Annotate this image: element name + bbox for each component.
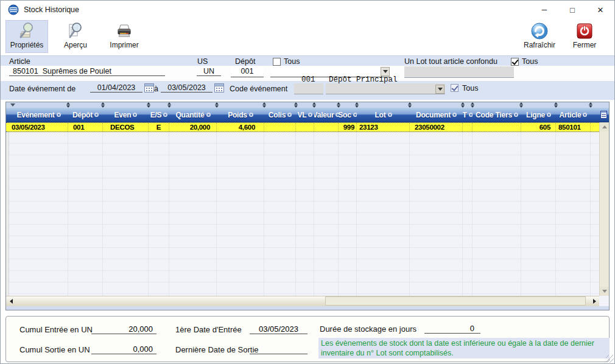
column-header-quantite[interactable]: Quantité xyxy=(169,111,217,119)
properties-button[interactable]: Propriétés xyxy=(5,20,48,53)
us-field[interactable]: UN xyxy=(197,67,221,76)
column-header-ligne[interactable]: Ligne xyxy=(521,111,556,119)
table-header: Evénement Dépôt Even E/S Quantité Poids … xyxy=(6,108,609,122)
search-icon[interactable] xyxy=(287,113,292,117)
table-bottom-strip xyxy=(6,306,609,310)
minimize-button[interactable]: – xyxy=(530,1,558,19)
cell-document: 23050002 xyxy=(410,123,463,131)
search-icon[interactable] xyxy=(452,113,457,117)
column-header-poids[interactable]: Poids xyxy=(217,111,264,119)
first-entry-label: 1ère Date d'Entrée xyxy=(175,325,242,334)
maximize-button[interactable]: □ xyxy=(558,1,586,19)
column-header-even[interactable]: Even xyxy=(103,111,149,119)
scroll-right-button[interactable] xyxy=(589,296,599,306)
close-button[interactable]: ✕ xyxy=(586,1,614,19)
chevron-down-icon xyxy=(435,85,445,94)
summary-panel: Cumul Entrée en UN 20,000 Cumul Sortie e… xyxy=(5,316,610,362)
tous-lot-label: Tous xyxy=(522,57,538,66)
properties-label: Propriétés xyxy=(10,41,44,49)
tous-depot-label: Tous xyxy=(284,57,300,66)
preview-icon xyxy=(66,22,85,40)
search-icon[interactable] xyxy=(547,113,551,117)
preview-button[interactable]: Aperçu xyxy=(54,20,97,53)
table-row[interactable]: 03/05/2023 001 DECOS E 20,000 4,600 999 … xyxy=(6,122,599,132)
search-icon[interactable] xyxy=(249,113,253,117)
depot-field[interactable]: 001 xyxy=(231,66,264,77)
cell-even: DECOS xyxy=(103,123,149,131)
scroll-up-button[interactable] xyxy=(600,122,609,131)
column-header-lot[interactable]: Lot xyxy=(357,111,410,119)
tous-depot-checkbox[interactable] xyxy=(273,58,281,66)
search-icon[interactable] xyxy=(94,113,99,117)
search-icon[interactable] xyxy=(133,113,137,117)
filter-panel: Article US Dépôt Tous Un Lot tout articl… xyxy=(1,55,614,100)
column-header-es[interactable]: E/S xyxy=(149,111,169,119)
column-header-t[interactable]: T xyxy=(463,111,473,119)
lot-field xyxy=(404,66,514,78)
depot-combobox[interactable]: 001 Dépôt Principal xyxy=(270,66,390,77)
cumul-entree-value: 20,000 xyxy=(91,324,156,334)
first-entry-value: 03/05/2023 xyxy=(250,324,308,334)
depot-combobox-value: 001 Dépôt Principal xyxy=(301,75,398,84)
cell-colis xyxy=(264,123,296,131)
close-window-label: Fermer xyxy=(573,41,597,49)
search-icon[interactable] xyxy=(206,113,211,117)
last-exit-label: Dernière Date de Sortie xyxy=(175,345,259,354)
lot-label: Un Lot tout article confondu xyxy=(404,57,497,66)
storage-duration-value: 0 xyxy=(424,324,480,334)
tous-code-label: Tous xyxy=(462,84,478,93)
toolbar: Propriétés Aperçu xyxy=(1,19,614,55)
column-header-valeur[interactable]: Valeur xyxy=(314,111,339,119)
cell-code-tiers xyxy=(473,123,521,131)
column-header-depot[interactable]: Dépôt xyxy=(68,111,103,119)
scroll-left-button[interactable] xyxy=(6,296,16,306)
search-icon[interactable] xyxy=(57,113,61,117)
horizontal-scrollbar-thumb[interactable] xyxy=(325,296,586,306)
date-to-connector: à xyxy=(154,85,158,93)
search-icon[interactable] xyxy=(514,113,518,117)
print-button[interactable]: Imprimer xyxy=(103,20,146,53)
horizontal-scrollbar[interactable] xyxy=(6,296,599,306)
inventory-note: Les évènements de stock dont la date est… xyxy=(318,338,610,359)
us-label: US xyxy=(197,57,208,66)
search-icon[interactable] xyxy=(308,113,312,117)
date-to-field[interactable]: 03/05/2023 xyxy=(161,83,213,93)
search-icon[interactable] xyxy=(583,113,587,117)
cumul-sortie-label: Cumul Sortie en UN xyxy=(19,345,90,354)
cell-evenement: 03/05/2023 xyxy=(9,123,68,131)
tous-lot-checkbox[interactable] xyxy=(511,58,519,66)
scroll-down-button[interactable] xyxy=(600,287,609,296)
cell-ligne: 605 xyxy=(521,123,556,131)
close-window-button[interactable]: Fermer xyxy=(563,20,606,53)
sort-icon[interactable] xyxy=(589,102,593,108)
code-event-combobox xyxy=(326,83,445,94)
article-field[interactable]: 850101 Suprêmes de Poulet xyxy=(9,67,165,76)
code-event-field xyxy=(294,83,323,94)
properties-icon xyxy=(18,22,36,40)
date-from-field[interactable]: 01/04/2023 xyxy=(90,83,142,93)
calendar-icon[interactable] xyxy=(144,83,154,93)
refresh-label: Rafraîchir xyxy=(524,41,555,49)
chevron-down-icon[interactable] xyxy=(381,67,390,76)
search-icon[interactable] xyxy=(336,113,339,117)
search-icon[interactable] xyxy=(353,113,357,117)
column-header-soc[interactable]: Soc xyxy=(339,111,357,119)
column-header-code-tiers[interactable]: Code Tiers xyxy=(473,111,521,119)
table-grid-background xyxy=(6,132,599,296)
column-header-document[interactable]: Document xyxy=(410,111,463,119)
calendar-icon[interactable] xyxy=(214,83,224,93)
vertical-scrollbar[interactable] xyxy=(599,122,609,296)
search-icon[interactable] xyxy=(469,113,473,117)
tous-code-checkbox[interactable] xyxy=(451,84,459,92)
cell-valeur xyxy=(314,123,339,131)
resize-grip[interactable] xyxy=(606,355,614,363)
column-header-evenement[interactable]: Evénement xyxy=(9,111,68,119)
app-logo-icon xyxy=(8,4,19,15)
search-icon[interactable] xyxy=(388,113,392,117)
column-header-article[interactable]: Article xyxy=(556,111,591,119)
grid-options-icon[interactable] xyxy=(600,111,607,119)
column-header-colis[interactable]: Colis xyxy=(264,111,296,119)
search-icon[interactable] xyxy=(163,113,167,117)
refresh-button[interactable]: Rafraîchir xyxy=(518,20,561,53)
column-header-vl[interactable]: VL xyxy=(296,111,314,119)
